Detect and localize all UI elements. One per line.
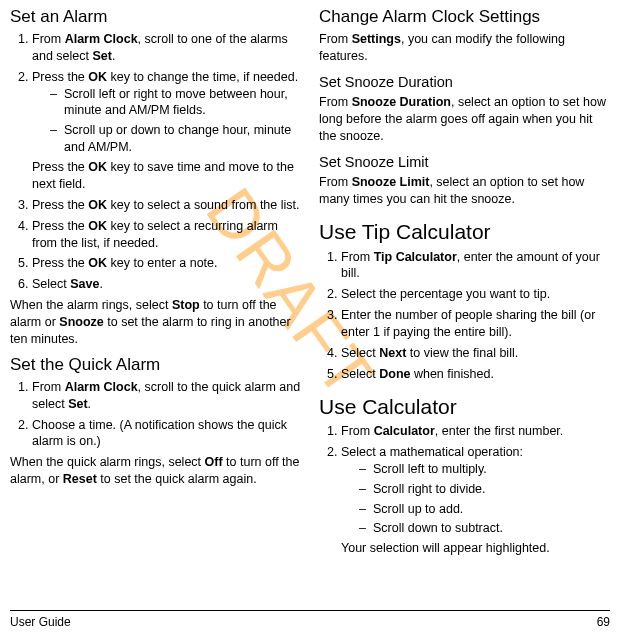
text: Select: [341, 367, 379, 381]
text: key to select a sound from the list.: [107, 198, 299, 212]
text: Select: [341, 346, 379, 360]
calculator-steps: From Calculator, enter the first number.…: [319, 423, 610, 557]
bold-text: Off: [205, 455, 223, 469]
paragraph: From Snooze Duration, select an option t…: [319, 94, 610, 145]
list-item: Select Done when finished.: [341, 366, 610, 383]
text: Select: [32, 277, 70, 291]
heading-quick-alarm: Set the Quick Alarm: [10, 354, 301, 377]
list-item: Select the percentage you want to tip.: [341, 286, 610, 303]
bold-text: OK: [88, 70, 107, 84]
text: to set the quick alarm again.: [97, 472, 257, 486]
bold-text: OK: [88, 198, 107, 212]
right-column: Change Alarm Clock Settings From Setting…: [319, 6, 610, 561]
text: .: [112, 49, 115, 63]
list-item: Select Save.: [32, 276, 301, 293]
bold-text: Set: [68, 397, 87, 411]
list-item: Scroll up or down to change hour, minute…: [50, 122, 301, 156]
paragraph: When the alarm rings, select Stop to tur…: [10, 297, 301, 348]
text: .: [99, 277, 102, 291]
text: key to change the time, if needed.: [107, 70, 298, 84]
bold-text: Settings: [352, 32, 401, 46]
list-item: Select Next to view the final bill.: [341, 345, 610, 362]
list-item: Press the OK key to select a sound from …: [32, 197, 301, 214]
bold-text: Snooze: [59, 315, 103, 329]
bold-text: Reset: [63, 472, 97, 486]
heading-change-settings: Change Alarm Clock Settings: [319, 6, 610, 29]
bold-text: Tip Calculator: [374, 250, 457, 264]
list-item: From Alarm Clock, scroll to the quick al…: [32, 379, 301, 413]
text: From: [32, 380, 65, 394]
list-item: Scroll down to subtract.: [359, 520, 610, 537]
text: When the quick alarm rings, select: [10, 455, 205, 469]
left-column: Set an Alarm From Alarm Clock, scroll to…: [10, 6, 301, 561]
heading-tip-calculator: Use Tip Calculator: [319, 218, 610, 246]
paragraph: From Snooze Limit, select an option to s…: [319, 174, 610, 208]
text: When the alarm rings, select: [10, 298, 172, 312]
footer-page-number: 69: [597, 615, 610, 629]
text: From: [341, 424, 374, 438]
quick-alarm-steps: From Alarm Clock, scroll to the quick al…: [10, 379, 301, 451]
sublist: Scroll left or right to move between hou…: [32, 86, 301, 157]
list-item: Press the OK key to select a recurring a…: [32, 218, 301, 252]
text: Press the: [32, 219, 88, 233]
list-item: Press the OK key to change the time, if …: [32, 69, 301, 193]
list-item: Press the OK key to enter a note.: [32, 255, 301, 272]
bold-text: Alarm Clock: [65, 32, 138, 46]
text: , enter the first number.: [435, 424, 564, 438]
tip-calc-steps: From Tip Calculator, enter the amount of…: [319, 249, 610, 383]
set-alarm-steps: From Alarm Clock, scroll to one of the a…: [10, 31, 301, 293]
paragraph: When the quick alarm rings, select Off t…: [10, 454, 301, 488]
list-item: From Calculator, enter the first number.: [341, 423, 610, 440]
bold-text: Next: [379, 346, 406, 360]
bold-text: Calculator: [374, 424, 435, 438]
text: Press the: [32, 256, 88, 270]
paragraph: From Settings, you can modify the follow…: [319, 31, 610, 65]
bold-text: OK: [88, 219, 107, 233]
bold-text: Snooze Duration: [352, 95, 451, 109]
bold-text: Stop: [172, 298, 200, 312]
text: Press the: [32, 160, 88, 174]
list-item: Scroll right to divide.: [359, 481, 610, 498]
bold-text: Set: [92, 49, 111, 63]
text: when finished.: [410, 367, 493, 381]
text: key to enter a note.: [107, 256, 218, 270]
bold-text: OK: [88, 256, 107, 270]
list-item: From Tip Calculator, enter the amount of…: [341, 249, 610, 283]
bold-text: Snooze Limit: [352, 175, 430, 189]
list-item: From Alarm Clock, scroll to one of the a…: [32, 31, 301, 65]
text: Press the OK key to save time and move t…: [32, 159, 301, 193]
heading-calculator: Use Calculator: [319, 393, 610, 421]
list-item: Choose a time. (A notification shows the…: [32, 417, 301, 451]
bold-text: Done: [379, 367, 410, 381]
list-item: Scroll left or right to move between hou…: [50, 86, 301, 120]
heading-snooze-limit: Set Snooze Limit: [319, 153, 610, 173]
sublist: Scroll left to multiply. Scroll right to…: [341, 461, 610, 538]
text: From: [341, 250, 374, 264]
text: to view the final bill.: [406, 346, 518, 360]
heading-snooze-duration: Set Snooze Duration: [319, 73, 610, 93]
page-footer: User Guide 69: [10, 610, 610, 629]
text: From: [32, 32, 65, 46]
text: Your selection will appear highlighted.: [341, 540, 610, 557]
text: .: [88, 397, 91, 411]
footer-left: User Guide: [10, 615, 71, 629]
list-item: Enter the number of people sharing the b…: [341, 307, 610, 341]
text: From: [319, 32, 352, 46]
text: Press the: [32, 70, 88, 84]
text: From: [319, 95, 352, 109]
text: From: [319, 175, 352, 189]
list-item: Scroll left to multiply.: [359, 461, 610, 478]
list-item: Scroll up to add.: [359, 501, 610, 518]
heading-set-alarm: Set an Alarm: [10, 6, 301, 29]
list-item: Select a mathematical operation: Scroll …: [341, 444, 610, 557]
bold-text: Alarm Clock: [65, 380, 138, 394]
text: Select a mathematical operation:: [341, 445, 523, 459]
text: Press the: [32, 198, 88, 212]
bold-text: Save: [70, 277, 99, 291]
bold-text: OK: [88, 160, 107, 174]
page-body: Set an Alarm From Alarm Clock, scroll to…: [0, 0, 620, 561]
